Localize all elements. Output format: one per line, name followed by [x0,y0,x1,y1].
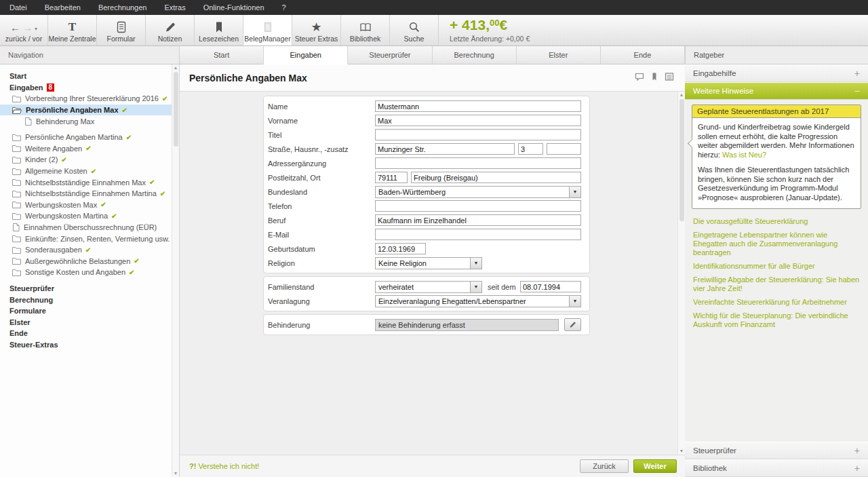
sidebar-item[interactable]: Ende [0,328,179,339]
sidebar-item[interactable]: Eingaben8 [0,82,179,94]
back-forward-button[interactable]: ← → ▾ zurück / vor [0,15,48,45]
sidebar-item[interactable]: Persönliche Angaben Martina✔ [0,132,179,143]
list-icon[interactable] [665,72,674,84]
name-input[interactable] [375,100,581,112]
strasse-input[interactable] [375,143,515,155]
sidebar-item[interactable]: Vorbereitung Ihrer Steuererklärung 2016✔ [0,93,179,104]
ratgeber-link[interactable]: Vereinfachte Steuererklärung für Arbeitn… [693,298,860,307]
section-weitere-hinweise[interactable]: Weitere Hinweise − [685,82,868,100]
toolbar-bibliothek[interactable]: Bibliothek [341,15,390,45]
sidebar-item[interactable]: Elster [0,316,179,328]
back-button[interactable]: Zurück [580,459,629,473]
sidebar-item[interactable]: Einnahmen Überschussrechnung (EÜR) [0,222,179,233]
expand-icon[interactable]: + [854,463,860,474]
adressergaenzung-input[interactable] [375,157,581,169]
forward-arrow-icon[interactable]: → [22,22,33,33]
menu-datei[interactable]: Datei [9,0,27,15]
sidebar-scrollbar[interactable]: ▲ ▼ [172,64,179,477]
toolbar-suche[interactable]: Suche [390,15,439,45]
chevron-down-icon[interactable]: ▼ [569,296,580,307]
sidebar-item[interactable]: Start [0,71,179,82]
sidebar-item[interactable]: Nichtselbstständige Einnahmen Max✔ [0,176,179,188]
bundesland-select[interactable]: Baden-Württemberg ▼ [375,186,581,198]
sidebar-item[interactable]: Weitere Angaben✔ [0,143,179,155]
was-ist-neu-link[interactable]: Was ist Neu? [722,151,766,159]
ratgeber-link[interactable]: Eingetragene Lebenspartner können wie Eh… [693,231,860,257]
sidebar-item[interactable]: Allgemeine Kosten✔ [0,166,179,177]
ort-input[interactable] [411,172,581,183]
history-caret-icon[interactable]: ▾ [35,26,37,32]
toolbar-belegmanager[interactable]: BelegManager [243,15,292,45]
email-input[interactable] [375,229,581,240]
sidebar-item[interactable]: Kinder (2)✔ [0,154,179,166]
ratgeber-link[interactable]: Die vorausgefüllte Steuererklärung [693,217,860,226]
sidebar-item[interactable]: Steuer-Extras [0,339,179,351]
toolbar-notizen[interactable]: Notizen [146,15,195,45]
scroll-down-icon[interactable]: ▼ [679,449,684,454]
scroll-up-icon[interactable]: ▲ [679,92,684,98]
ratgeber-link[interactable]: Identifikationsnummer für alle Bürger [693,262,860,271]
sidebar-item[interactable]: Behinderung Max [0,115,179,127]
menu-extras[interactable]: Extras [164,0,185,15]
zusatz-input[interactable] [547,143,581,155]
menu-online-funktionen[interactable]: Online-Funktionen [203,0,264,15]
sidebar-item[interactable]: Werbungskosten Martina✔ [0,210,179,222]
sidebar-item[interactable]: Berechnung [0,294,179,305]
tab-steuerpruefer[interactable]: Steuerprüfer [348,46,432,64]
edit-behinderung-button[interactable] [564,318,581,331]
sidebar-item[interactable]: Einkünfte: Zinsen, Renten, Vermietung us… [0,233,179,244]
plz-input[interactable] [375,172,408,183]
tab-elster[interactable]: Elster [517,46,601,64]
dont-understand-link[interactable]: ?!Verstehe ich nicht! [189,462,259,470]
sidebar-item[interactable]: Sonderausgaben✔ [0,244,179,256]
toolbar-formular[interactable]: Formular [97,15,146,45]
ratgeber-link[interactable]: Wichtig für die Steuerplanung: Die verbi… [693,311,860,329]
tab-start[interactable]: Start [180,46,264,64]
section-steuerpruefer[interactable]: Steuerprüfer + [685,442,868,459]
toolbar-steuer-extras[interactable]: ★ Steuer Extras [292,15,341,45]
scroll-up-icon[interactable]: ▲ [174,65,178,71]
titel-input[interactable] [375,129,581,140]
content-scrollbar[interactable]: ▲ ▼ [677,92,685,455]
sidebar-item[interactable]: Formulare [0,305,179,317]
back-arrow-icon[interactable]: ← [10,22,20,33]
scroll-thumb[interactable] [174,72,178,147]
expand-icon[interactable]: + [854,68,860,79]
section-eingabehilfe[interactable]: Eingabehilfe + [685,64,868,82]
chevron-down-icon[interactable]: ▼ [470,258,481,269]
bookmark-small-icon[interactable] [650,72,659,84]
menu-berechnungen[interactable]: Berechnungen [98,0,147,15]
tab-berechnung[interactable]: Berechnung [433,46,517,64]
sidebar-item[interactable]: Nichtselbstständige Einnahmen Martina✔ [0,188,179,199]
scroll-thumb[interactable] [679,99,684,221]
sidebar-item[interactable]: Persönliche Angaben Max✔ [0,104,179,116]
sidebar-item[interactable]: Werbungskosten Max✔ [0,199,179,211]
beruf-input[interactable] [375,214,581,226]
toolbar-meine-zentrale[interactable]: T Meine Zentrale [48,15,97,45]
scroll-down-icon[interactable]: ▼ [174,471,178,476]
geburtsdatum-input[interactable] [375,243,426,254]
sidebar-item[interactable]: Sonstige Kosten und Angaben✔ [0,267,179,278]
veranlagung-select[interactable]: Einzelveranlagung Ehegatten/Lebenspartne… [375,295,581,307]
menu-bearbeiten[interactable]: Bearbeiten [45,0,81,15]
tab-ende[interactable]: Ende [601,46,685,64]
hausnr-input[interactable] [518,143,543,155]
tab-eingaben[interactable]: Eingaben [264,46,348,64]
toolbar-lesezeichen[interactable]: Lesezeichen [195,15,243,45]
seit-dem-input[interactable] [520,281,581,292]
next-button[interactable]: Weiter [633,459,677,473]
chevron-down-icon[interactable]: ▼ [569,187,580,197]
section-bibliothek[interactable]: Bibliothek + [685,459,868,477]
comment-icon[interactable] [635,72,644,84]
familienstand-select[interactable]: verheiratet ▼ [375,281,482,293]
collapse-icon[interactable]: − [854,85,860,96]
sidebar-item[interactable]: Außergewöhnliche Belastungen✔ [0,256,179,267]
ratgeber-link[interactable]: Freiwillige Abgabe der Steuererklärung: … [693,275,860,293]
vorname-input[interactable] [375,115,581,126]
expand-icon[interactable]: + [854,445,860,456]
menu-help[interactable]: ? [282,0,286,15]
telefon-input[interactable] [375,200,581,212]
sidebar-item[interactable]: Steuerprüfer [0,283,179,294]
religion-select[interactable]: Keine Religion ▼ [375,257,482,269]
chevron-down-icon[interactable]: ▼ [470,282,481,292]
